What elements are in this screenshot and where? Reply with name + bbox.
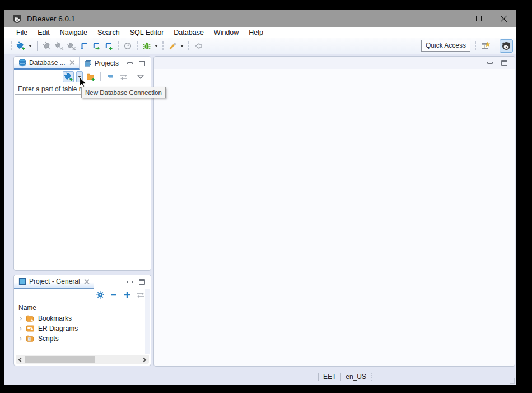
db-panel-tabbar: Database ... Projects <box>14 57 151 70</box>
horizontal-scrollbar-thumb[interactable] <box>25 356 95 363</box>
projects-icon <box>84 59 92 67</box>
statusbar: EET en_US <box>4 368 516 385</box>
er-diagrams-icon <box>26 324 35 333</box>
editor-minimize-icon[interactable] <box>487 62 493 64</box>
tree-column-header: Name <box>14 301 151 313</box>
menu-help[interactable]: Help <box>244 29 268 36</box>
menu-sql-editor[interactable]: SQL Editor <box>125 29 169 36</box>
window-minimize-button[interactable] <box>441 10 466 27</box>
tooltip: New Database Connection <box>81 87 166 98</box>
reconnect-button[interactable] <box>53 40 66 52</box>
panel-minimize-icon[interactable] <box>127 281 133 283</box>
chevron-right-icon[interactable] <box>18 316 22 320</box>
new-connection-dropdown-arrow[interactable] <box>29 45 32 47</box>
sql-editor-icon <box>80 41 88 50</box>
link-arrows-icon <box>119 72 128 81</box>
window-title: DBeaver 6.0.1 <box>27 15 75 23</box>
back-button[interactable] <box>192 40 204 52</box>
tree-item-label: Bookmarks <box>38 315 72 322</box>
window-maximize-button[interactable] <box>466 10 491 27</box>
link-arrows-icon <box>136 290 145 299</box>
tab-projects-label: Projects <box>95 59 119 67</box>
debug-bug-icon <box>142 41 151 50</box>
gear-icon <box>96 290 105 299</box>
tooltip-text: New Database Connection <box>85 89 162 96</box>
scroll-right-arrow-icon[interactable] <box>141 358 149 362</box>
panel-maximize-icon[interactable] <box>139 279 145 285</box>
configure-button[interactable] <box>95 289 106 300</box>
open-sql-editor-button[interactable] <box>90 40 102 52</box>
dbeaver-perspective-button[interactable] <box>500 39 513 53</box>
statusbar-separator <box>318 373 319 381</box>
sql-editor-button[interactable] <box>78 40 90 52</box>
dbeaver-perspective-icon <box>502 41 511 50</box>
tab-project-general-label: Project - General <box>29 278 80 285</box>
reconnect-icon <box>55 41 64 50</box>
menu-edit[interactable]: Edit <box>32 29 55 36</box>
connect-button[interactable] <box>41 40 53 52</box>
new-sql-editor-button[interactable] <box>102 40 115 52</box>
back-arrow-icon <box>194 41 203 50</box>
new-connection-button[interactable] <box>15 40 27 52</box>
tab-database-label: Database ... <box>29 59 66 67</box>
expand-all-button[interactable] <box>122 289 133 300</box>
open-perspective-button[interactable] <box>479 39 492 53</box>
open-perspective-icon <box>481 41 490 50</box>
dbeaver-window: DBeaver 6.0.1 File Edit Navigate Search … <box>4 10 516 385</box>
toolbar-separator <box>496 41 496 51</box>
panel-maximize-icon[interactable] <box>139 61 145 66</box>
debug-dropdown-arrow[interactable] <box>155 45 158 47</box>
toolbar-separator <box>37 41 38 51</box>
menu-window[interactable]: Window <box>209 29 244 36</box>
chevron-right-icon[interactable] <box>18 326 22 330</box>
tree-item-scripts[interactable]: Scripts <box>14 334 151 344</box>
menu-file[interactable]: File <box>11 29 32 36</box>
horizontal-scrollbar[interactable] <box>16 355 149 364</box>
tree-item-bookmarks[interactable]: Bookmarks <box>14 313 151 323</box>
editor-tabstrip <box>154 57 515 69</box>
view-menu-button[interactable] <box>135 71 146 82</box>
window-close-button[interactable] <box>491 10 516 27</box>
link-with-editor-button[interactable] <box>135 289 146 300</box>
toolbar-grip <box>162 41 164 50</box>
connect-icon <box>43 41 52 50</box>
menu-search[interactable]: Search <box>92 29 125 36</box>
object-filter-text: Enter a part of table n <box>18 85 82 93</box>
toolbar-grip <box>475 41 476 50</box>
link-with-editor-button[interactable] <box>118 71 129 82</box>
collapse-all-button[interactable] <box>108 289 119 300</box>
menu-database[interactable]: Database <box>169 29 209 36</box>
collapse-all-icon <box>109 290 118 299</box>
window-resize-grip[interactable] <box>510 378 515 384</box>
timezone-indicator: EET <box>323 373 336 381</box>
tab-project-general[interactable]: Project - General <box>14 275 94 289</box>
tree-item-er-diagrams[interactable]: ER Diagrams <box>14 323 151 334</box>
vertical-scrollbar-track[interactable] <box>145 289 150 354</box>
compile-dropdown-arrow[interactable] <box>180 45 184 47</box>
view-menu-icon <box>137 75 144 79</box>
project-general-panel: Project - General <box>13 275 151 366</box>
execution-plan-button[interactable] <box>122 40 134 52</box>
tab-database-navigator[interactable]: Database ... <box>14 57 80 70</box>
editor-maximize-icon[interactable] <box>501 60 507 66</box>
expand-all-icon <box>123 290 132 299</box>
disconnect-button[interactable] <box>66 40 78 52</box>
titlebar: DBeaver 6.0.1 <box>4 10 516 27</box>
tab-projects[interactable]: Projects <box>80 57 123 70</box>
compile-button[interactable] <box>166 40 179 52</box>
tab-close-icon[interactable] <box>84 279 89 284</box>
collapse-all-button[interactable] <box>105 71 116 82</box>
toolbar-grip <box>137 41 138 50</box>
locale-indicator: en_US <box>346 373 366 381</box>
quick-access-box[interactable]: Quick Access <box>421 40 470 52</box>
panel-minimize-icon[interactable] <box>127 62 133 64</box>
main-toolbar: Quick Access <box>4 38 516 54</box>
tab-close-icon[interactable] <box>69 60 74 65</box>
debug-button[interactable] <box>141 40 153 52</box>
open-sql-editor-icon <box>92 41 101 50</box>
menu-navigate[interactable]: Navigate <box>55 29 92 36</box>
chevron-right-icon[interactable] <box>18 336 22 340</box>
panel-new-connection-button[interactable] <box>63 71 74 82</box>
toolbar-grip <box>11 41 12 50</box>
scroll-left-arrow-icon[interactable] <box>16 358 24 362</box>
